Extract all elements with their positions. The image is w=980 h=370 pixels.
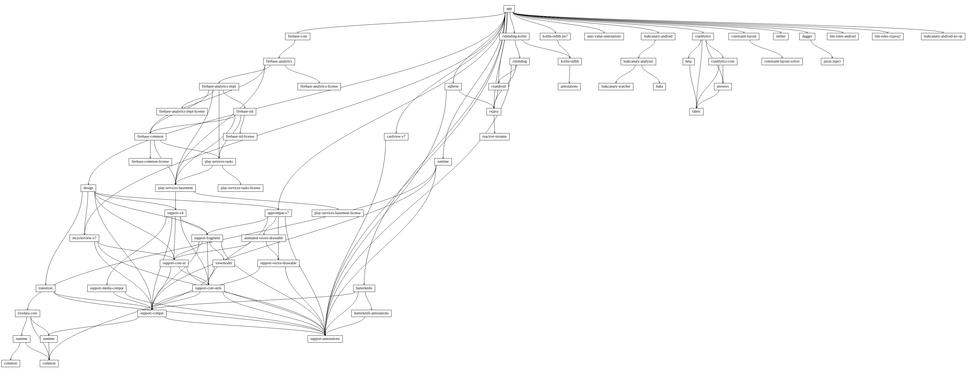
node-auto-value-annotations: auto-value-annotations: [584, 33, 624, 40]
edge-recyclerview-v7-to-support-compat: [95, 242, 152, 310]
node-lint-rules-rxjava2: lint-rules-rxjava2: [872, 33, 904, 40]
edge-support-v4-to-support-media-compat: [107, 217, 167, 285]
edge-support-core-ui-to-support-compat: [152, 267, 171, 310]
node-support-core-utils: support-core-utils: [192, 285, 224, 292]
node-play-services-basement: play-services-basement: [155, 184, 196, 192]
edge-runtime_b-to-common_b: [49, 343, 49, 360]
node-crashlytics: crashlytics: [692, 33, 714, 40]
edge-app-to-lint-rules-android: [513, 13, 843, 33]
node-rxbinding: rxbinding: [510, 58, 530, 65]
node-leakcanary-android: leakcanary-android: [641, 33, 675, 40]
node-cardview-v7: cardview-v7: [384, 133, 408, 140]
edge-support-v4-to-support-core-ui: [174, 217, 175, 260]
edge-leakcanary-analyzer-to-haha: [641, 65, 660, 83]
edge-support-v4-to-support-fragment: [180, 217, 207, 235]
node-app: app: [504, 5, 515, 13]
node-runtime_main: runtime: [434, 158, 452, 165]
edge-app-to-rxjava: [494, 13, 507, 108]
edge-runtime_a-to-common_a: [11, 343, 20, 360]
node-transition: transition: [36, 285, 56, 292]
node-runtime_a: runtime: [13, 335, 30, 343]
edge-support-core-utils-to-support-annotations: [223, 292, 325, 335]
node-answers: answers: [714, 83, 732, 90]
node-support-compat: support-compat: [137, 310, 167, 317]
edge-firebase-analytics-to-firebase-analytics-impl: [219, 65, 270, 83]
node-common_b: common: [40, 360, 59, 367]
edge-leakcanary-android-to-leakcanary-analyzer: [639, 40, 655, 58]
edge-app-to-constraint-layout: [513, 13, 744, 33]
node-firebase-common-license: firebase-common-license: [129, 158, 172, 165]
node-firebase-core: firebase-core: [285, 33, 310, 40]
edge-firebase-analytics-to-firebase-analytics-license: [285, 65, 319, 83]
edge-support-core-ui-to-support-core-utils: [180, 267, 208, 285]
edge-rxbinding-kotlin-to-rxbinding: [515, 40, 520, 58]
node-recyclerview-v7: recyclerview-v7: [70, 235, 99, 242]
edge-crashlytics-to-beta: [689, 40, 701, 58]
edge-support-core-ui-to-support-annotations: [187, 267, 325, 335]
edge-animated-vector-drawable-to-support-core-ui: [174, 242, 250, 260]
edge-play-services-tasks-to-play-services-tasks-license: [223, 165, 240, 184]
edge-answers-to-fabric: [697, 90, 719, 108]
node-support-fragment: support-fragment: [191, 235, 223, 242]
edge-appcompat-v7-to-support-core-utils: [208, 217, 268, 285]
node-design: design: [81, 184, 96, 192]
edge-support-compat-to-support-annotations: [165, 317, 325, 335]
edge-support-fragment-to-support-compat: [152, 242, 199, 310]
edge-play-services-tasks-to-play-services-basement: [176, 165, 213, 184]
node-support-v4: support-v4: [165, 210, 186, 217]
edge-kotlin-stdlib-jre7-to-kotlin-stdlib: [558, 40, 570, 58]
edge-transition-to-support-annotations: [54, 292, 325, 335]
edge-design-to-recyclerview-v7: [85, 192, 88, 235]
edge-firebase-iid-to-play-services-basement: [176, 115, 235, 184]
node-rxbinding-kotlin: rxbinding-kotlin: [500, 33, 530, 40]
edge-rxbinding-to-support-annotations: [325, 65, 512, 335]
node-firebase-common: firebase-common: [135, 133, 166, 140]
node-fabric: fabric: [689, 108, 704, 115]
node-firebase-analytics-impl: firebase-analytics-impl: [199, 83, 239, 90]
edge-crashlytics-to-fabric: [697, 40, 702, 108]
edge-support-compat-to-runtime_b: [49, 317, 139, 335]
node-dagger: dagger: [799, 33, 815, 40]
edge-app-to-lint-rules-rxjava2: [513, 13, 888, 33]
node-support-vector-drawable: support-vector-drawable: [258, 260, 299, 267]
node-butterknife: butterknife: [353, 285, 375, 292]
edge-play-services-basement-to-play-services-basement-license: [194, 192, 338, 210]
edge-firebase-iid-to-firebase-iid-license: [240, 115, 244, 133]
edge-app-to-appcompat-v7: [278, 13, 505, 210]
edge-support-fragment-to-support-core-utils: [207, 242, 208, 285]
edge-design-to-appcompat-v7: [95, 192, 278, 210]
edge-app-to-butterknife: [364, 13, 506, 285]
node-viewmodel: viewmodel: [213, 260, 235, 267]
node-firebase-analytics-impl-license: firebase-analytics-impl-license: [156, 108, 208, 115]
node-constraint-layout: constraint-layout: [729, 33, 759, 40]
edge-recyclerview-v7-to-support-core-ui: [98, 242, 174, 260]
node-annotations: annotations: [558, 83, 581, 90]
edge-app-to-kotlin-stdlib-jre7: [513, 13, 555, 33]
node-javax.inject: javax.inject: [821, 58, 844, 65]
node-haha: haha: [653, 83, 666, 90]
edge-crashlytics-to-crashlytics-core: [706, 40, 723, 58]
edge-app-to-support-annotations: [325, 13, 506, 335]
node-crashlytics-core: crashlytics-core: [708, 58, 738, 65]
edge-app-to-rxbinding-kotlin: [510, 13, 514, 33]
node-sqlbrite: sqlbrite: [445, 83, 461, 90]
node-support-media-compat: support-media-compat: [88, 285, 127, 292]
edge-app-to-firebase-core: [298, 13, 506, 33]
node-constraint-layout-solver: constraint-layout-solver: [762, 58, 803, 65]
edge-butterknife-annotations-to-support-annotations: [325, 317, 365, 335]
edge-rxbinding-to-rxandroid: [499, 65, 517, 83]
edge-support-media-compat-to-support-compat: [114, 292, 152, 310]
edge-livedata-core-to-runtime_b: [31, 317, 49, 335]
edge-firebase-iid-to-firebase-common: [150, 115, 235, 133]
edge-app-to-rxandroid: [499, 13, 508, 83]
edge-app-to-leakcanary-android: [513, 13, 658, 33]
edge-firebase-analytics-impl-to-firebase-analytics-impl-license: [182, 90, 214, 108]
node-runtime_b: runtime: [40, 335, 57, 343]
node-kotlin-stdlib-jre7: kotlin-stdlib-jre7: [540, 33, 571, 40]
node-support-annotations: support-annotations: [308, 335, 343, 343]
dependency-graph: appfirebase-corerxbinding-kotlinkotlin-s…: [0, 0, 980, 370]
edge-firebase-analytics-to-firebase-common: [150, 65, 265, 133]
node-rxjava: rxjava: [487, 108, 501, 115]
edge-sqlbrite-to-rxjava: [459, 90, 494, 108]
edge-runtime_a-to-common_b: [26, 343, 49, 360]
